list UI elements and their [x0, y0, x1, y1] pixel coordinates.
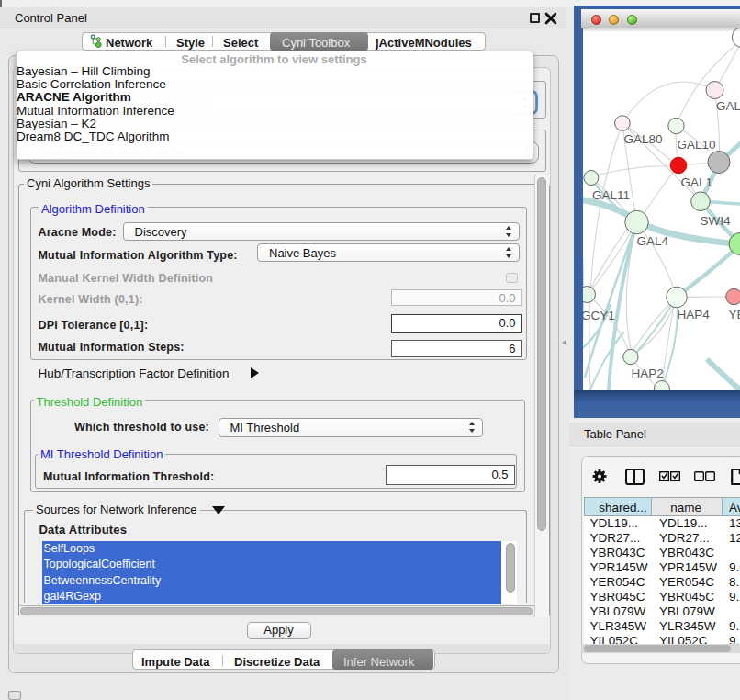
svg-text:GAL80: GAL80 — [623, 131, 662, 145]
svg-text:GAL11: GAL11 — [592, 187, 630, 201]
svg-text:HAP4: HAP4 — [677, 308, 710, 322]
svg-text:GAL1: GAL1 — [680, 175, 712, 189]
svg-text:GAL4: GAL4 — [636, 233, 668, 247]
svg-text:GCY1: GCY1 — [583, 308, 615, 322]
svg-text:GAL10: GAL10 — [677, 138, 715, 152]
svg-text:HAP2: HAP2 — [631, 367, 663, 380]
svg-text:GAL7: GAL7 — [716, 99, 740, 113]
svg-text:YEL: YEL — [728, 308, 740, 322]
svg-text:SWI4: SWI4 — [700, 213, 730, 227]
